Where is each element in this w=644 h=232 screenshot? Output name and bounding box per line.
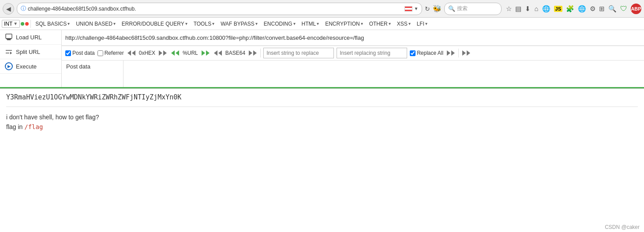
- union-based-label: UNION BASED: [76, 21, 112, 27]
- star-icon[interactable]: ☆: [506, 5, 512, 13]
- bee-icon: 🐝: [433, 4, 442, 13]
- replace-all-checkbox[interactable]: [410, 50, 416, 56]
- encryption-arrow: ▾: [361, 21, 363, 26]
- replace-all-checkbox-label[interactable]: Replace All: [410, 50, 443, 56]
- load-url-icon: [4, 33, 13, 42]
- home-icon[interactable]: ⌂: [534, 5, 538, 12]
- user-avatar[interactable]: ABP: [631, 4, 641, 14]
- execute-icon: ▶: [4, 62, 13, 71]
- base64-right-arrow2-icon: [253, 50, 257, 56]
- extra-arrow2-icon: [467, 50, 470, 56]
- referrer-checkbox[interactable]: [97, 50, 103, 56]
- post-data-checkbox[interactable]: [65, 50, 71, 56]
- post-data-checkbox-label[interactable]: Post data: [65, 50, 95, 56]
- content-area: Y3RmaHViezU1OGYwMDNkYWRiZWRhZWFjNTIyZjMx…: [0, 89, 644, 137]
- menu-item-error-double-query[interactable]: ERROR/DOUBLE QUERY ▾: [119, 20, 190, 28]
- base64-decode-button[interactable]: [213, 50, 223, 56]
- translate-icon[interactable]: 🌐: [578, 5, 586, 13]
- js-icon: JS: [554, 6, 562, 12]
- url-encode-button[interactable]: [201, 50, 210, 56]
- globe-icon[interactable]: 🌐: [542, 5, 550, 13]
- hackbar-toolbar: Post data Referrer 0xHEX: [62, 46, 644, 61]
- error-double-query-label: ERROR/DOUBLE QUERY: [122, 21, 184, 27]
- apps-icon[interactable]: ⊞: [599, 5, 605, 13]
- tools-arrow: ▾: [212, 21, 214, 26]
- search-placeholder: 搜索: [457, 5, 468, 12]
- flag-in-text: flag in: [6, 123, 24, 130]
- menu-item-encoding[interactable]: ENCODING ▾: [261, 20, 298, 28]
- xss-label: XSS: [397, 21, 408, 27]
- refresh-button[interactable]: ↻: [425, 5, 430, 12]
- error-double-query-arrow: ▾: [185, 21, 187, 26]
- download-icon[interactable]: ⬇: [525, 5, 531, 13]
- insert-replace-input[interactable]: [263, 48, 334, 58]
- waf-bypass-label: WAF BYPASS: [221, 21, 255, 27]
- html-label: HTML: [302, 21, 316, 27]
- encryption-label: ENCRYPTION: [325, 21, 359, 27]
- menu-item-lfi[interactable]: LFI ▾: [414, 20, 430, 28]
- browser-toolbar-icons: ☆ ▤ ⬇ ⌂ 🌐 JS 🧩 🌐 ⚙ ⊞ 🔍 🛡 ABP: [506, 4, 641, 14]
- replace-button[interactable]: [446, 50, 456, 56]
- url-left-arrow2-icon: [176, 50, 179, 56]
- url-decode-button[interactable]: [170, 50, 180, 56]
- split-url-label: Split URL: [16, 49, 40, 55]
- sql-basics-arrow: ▾: [67, 21, 70, 26]
- base64-left-arrow2-icon: [218, 50, 222, 56]
- menu-item-xss[interactable]: XSS ▾: [394, 20, 413, 28]
- flag-image: [404, 6, 412, 11]
- lfi-arrow: ▾: [425, 21, 427, 26]
- other-label: OTHER: [369, 21, 388, 27]
- search-bar[interactable]: 🔍 搜索: [444, 3, 502, 15]
- hex-left-arrow-icon: [127, 50, 131, 56]
- other-arrow: ▾: [389, 21, 391, 26]
- message-area: i don't have shell, how to get flag? fla…: [6, 112, 638, 132]
- toolbar-separator: [260, 49, 261, 57]
- menu-item-sql-basics[interactable]: SQL BASICS ▾: [33, 20, 72, 28]
- extra-button[interactable]: [461, 50, 471, 56]
- svg-rect-1: [7, 39, 11, 40]
- int-select[interactable]: INT ▼: [2, 20, 20, 28]
- hex-left-arrow2-icon: [132, 50, 135, 56]
- settings-icon[interactable]: ⚙: [590, 5, 595, 13]
- url-input[interactable]: [62, 30, 644, 46]
- load-url-button[interactable]: Load URL: [0, 30, 61, 45]
- url-right-arrow2-icon: [206, 50, 210, 56]
- split-url-button[interactable]: Split URL: [0, 45, 61, 59]
- load-url-label: Load URL: [16, 34, 42, 41]
- green-dot-icon: [21, 22, 24, 26]
- hackbar-sidebar: Load URL Split URL ▶ Execute: [0, 30, 62, 87]
- menu-separator: [30, 20, 31, 28]
- puzzle-icon[interactable]: 🧩: [566, 5, 574, 13]
- postdata-textarea[interactable]: [124, 61, 644, 87]
- reader-icon[interactable]: ▤: [515, 5, 521, 13]
- back-button[interactable]: ◀: [3, 3, 14, 15]
- hackbar-url-area: Post data Referrer 0xHEX: [62, 30, 644, 87]
- base64-left-arrow-icon: [214, 50, 217, 56]
- execute-button[interactable]: ▶ Execute: [0, 59, 61, 74]
- postdata-label: Post data: [62, 61, 124, 87]
- hex-right-arrow2-icon: [163, 50, 167, 56]
- zoom-icon[interactable]: 🔍: [608, 5, 617, 13]
- menu-item-union-based[interactable]: UNION BASED ▾: [73, 20, 118, 28]
- menu-item-other[interactable]: OTHER ▾: [367, 20, 393, 28]
- address-text: challenge-4864abec68f15c09.sandbox.ctfhu…: [28, 6, 403, 12]
- menu-item-html[interactable]: HTML ▾: [299, 20, 322, 28]
- menu-item-encryption[interactable]: ENCRYPTION ▾: [322, 20, 365, 28]
- int-dropdown-arrow: ▼: [13, 21, 18, 26]
- hex-encode-button[interactable]: [158, 50, 168, 56]
- post-data-label: Post data: [72, 50, 95, 56]
- insert-replacing-input[interactable]: [337, 48, 407, 58]
- dropdown-arrow-icon[interactable]: ▼: [414, 6, 419, 11]
- referrer-checkbox-label[interactable]: Referrer: [97, 50, 124, 56]
- svg-rect-2: [6, 38, 11, 39]
- menu-item-tools[interactable]: TOOLS ▾: [191, 20, 217, 28]
- base64-encode-button[interactable]: [248, 50, 258, 56]
- hex-right-arrow-icon: [159, 50, 162, 56]
- url-left-arrow-icon: [171, 50, 175, 56]
- menu-item-waf-bypass[interactable]: WAF BYPASS ▾: [218, 20, 260, 28]
- address-bar[interactable]: ⓘ challenge-4864abec68f15c09.sandbox.ctf…: [17, 3, 422, 15]
- menu-bar: INT ▼ SQL BASICS ▾ UNION BASED ▾ ERROR/D…: [0, 18, 644, 30]
- hex-decode-button[interactable]: [127, 50, 136, 56]
- encoding-arrow: ▾: [293, 21, 296, 26]
- int-label: INT: [4, 21, 12, 27]
